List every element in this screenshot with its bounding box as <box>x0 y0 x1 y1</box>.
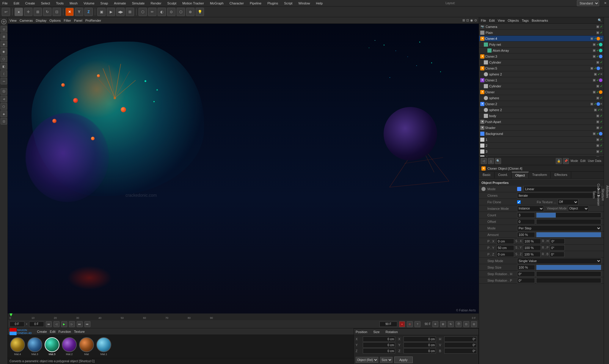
scale-tool[interactable]: ⊞ <box>34 8 42 16</box>
menu-item-character[interactable]: Character <box>228 1 245 6</box>
obj-sphere2b[interactable]: sphere 2 ▣ ✓ ✕ <box>479 107 604 113</box>
sidebar-btn-7[interactable]: ⟨ <box>1 70 7 77</box>
vp-tab-cameras[interactable]: Cameras <box>20 19 33 22</box>
obj-search-icon[interactable]: 🔍 <box>598 18 602 22</box>
record-auto-btn[interactable]: ⊙ <box>407 321 413 327</box>
menu-item-mesh[interactable]: Mesh <box>68 1 79 6</box>
mode-select[interactable]: Linear <box>524 186 601 192</box>
obj-header-tags[interactable]: Tags <box>522 19 529 22</box>
obj-header-view[interactable]: View <box>498 19 505 22</box>
menu-item-create[interactable]: Create <box>24 1 36 6</box>
nav-lock[interactable]: 🔒 <box>556 158 562 164</box>
menu-item-pipeline[interactable]: Pipeline <box>249 1 263 6</box>
sidebar-btn-9[interactable]: Ⓢ <box>1 88 7 95</box>
edge-mode[interactable]: Y <box>75 8 83 16</box>
last-frame-btn[interactable]: ⏭ <box>84 321 90 327</box>
nav-up[interactable]: △ <box>488 158 494 164</box>
tab-basic[interactable]: Basic <box>479 172 495 178</box>
obj-plain[interactable]: Plain ▣ ✓ <box>479 30 604 36</box>
size-x-input[interactable] <box>404 336 436 342</box>
viewport-mode-select[interactable]: Object <box>568 206 589 212</box>
mat-tab-texture[interactable]: Texture <box>74 330 85 333</box>
vp-icon-1[interactable]: ⊞ <box>462 18 465 22</box>
sidebar-btn-3[interactable]: ◈ <box>1 41 7 47</box>
obj-polynet[interactable]: Poly net ▣ ✓ <box>479 42 604 48</box>
prev-key-btn[interactable]: ⏮ <box>46 321 52 327</box>
menu-item-motiont[interactable]: Motion Tracker <box>181 1 205 6</box>
count-slider[interactable] <box>536 212 601 218</box>
object-mode[interactable]: ✕ <box>65 8 74 16</box>
obj-cyl2[interactable]: Cylinder ▣ ✓ <box>479 83 604 89</box>
menu-item-tools[interactable]: Tools <box>55 1 65 6</box>
menu-item-plugins[interactable]: Plugins <box>266 1 279 6</box>
nav-btn-1[interactable]: ✛ <box>432 321 438 327</box>
mat-tab-create[interactable]: Create <box>37 330 47 333</box>
material-item-mat2[interactable]: Mat.2 <box>62 337 77 356</box>
count-input[interactable] <box>517 212 535 218</box>
mode2-select[interactable]: Per Step <box>517 225 601 231</box>
vp-icon-2[interactable]: ⊡ <box>466 18 469 22</box>
vp-tab-options[interactable]: Options <box>49 19 61 22</box>
sx-input[interactable] <box>523 239 541 244</box>
nav-btn-3[interactable]: ↻ <box>448 321 454 327</box>
apply-button[interactable]: Apply <box>394 357 413 363</box>
anim-btn3[interactable]: ⊞ <box>126 8 134 16</box>
menu-item-select[interactable]: Select <box>40 1 51 6</box>
vp-tab-filter[interactable]: Filter <box>64 19 71 22</box>
nav-btn-2[interactable]: ⊞ <box>440 321 446 327</box>
amount-slider[interactable] <box>536 232 601 237</box>
material-item-mat[interactable]: Mat <box>79 337 94 356</box>
nav-btn-4[interactable]: Ⓟ <box>456 321 462 327</box>
px-input[interactable] <box>496 239 514 244</box>
stepsize-slider[interactable] <box>536 265 601 270</box>
sidebar-btn-13[interactable]: ⊡ <box>1 118 7 125</box>
nav-btn-6[interactable]: ⊟ <box>471 321 477 327</box>
poly-mode[interactable]: Z <box>84 8 93 16</box>
obj-cloner[interactable]: ✕ Cloner ▣ ✓ <box>479 89 604 95</box>
play-btn[interactable]: ▶ <box>61 321 67 327</box>
obj-header-objects[interactable]: Objects <box>508 19 519 22</box>
obj-sphere[interactable]: sphere ▣ ✓ <box>479 95 604 101</box>
obj-shader[interactable]: ✕ Shader ▣ ✓ <box>479 125 604 131</box>
material-item-mat3[interactable]: Mat.3 <box>45 337 59 356</box>
rot-p-input[interactable] <box>444 342 477 348</box>
rot-h-input[interactable] <box>444 336 477 342</box>
prev-frame-btn[interactable]: ◁ <box>54 321 59 327</box>
obj-header-edit[interactable]: Edit <box>489 19 495 22</box>
mat-tab-function[interactable]: Function <box>59 330 71 333</box>
clones-select[interactable]: Iterate <box>517 193 601 198</box>
viewport[interactable]: crackedonic.com © Fabian Aerts <box>8 24 479 313</box>
cam-btn[interactable]: ⊛ <box>186 8 194 16</box>
layout-select[interactable]: Standard <box>577 0 599 6</box>
obj-header-file[interactable]: File <box>481 19 486 22</box>
instance-mode-select[interactable]: Instance <box>517 206 544 212</box>
menu-item-edit[interactable]: Edit <box>12 1 21 6</box>
sel-btn[interactable]: ⊙ <box>167 8 175 16</box>
obj-null-3[interactable]: 3 ▣✓ <box>479 149 604 155</box>
sidebar-btn-6[interactable]: ◧ <box>1 63 7 70</box>
menu-item-render[interactable]: Render <box>149 1 162 6</box>
srp-input[interactable] <box>517 278 535 283</box>
light-btn[interactable]: 💡 <box>196 8 204 16</box>
anim-btn2[interactable]: ◀▶ <box>116 8 125 16</box>
move-tool[interactable]: ✛ <box>24 8 32 16</box>
pos-x-input[interactable] <box>363 336 395 342</box>
undo-btn[interactable]: ↩ <box>2 8 10 16</box>
obj-null-4[interactable]: 4 ▣✓ <box>479 155 604 157</box>
rb-input[interactable] <box>550 252 564 257</box>
sidebar-btn-11[interactable]: ⬠ <box>1 103 7 110</box>
frame-start-input[interactable] <box>29 322 44 327</box>
amount-input[interactable] <box>517 232 535 237</box>
srp-slider[interactable] <box>536 278 601 283</box>
rh-input[interactable] <box>550 239 565 244</box>
timeline-ruler[interactable]: 0 10 20 30 40 50 60 70 80 90 0 F <box>8 313 479 320</box>
size-y-input[interactable] <box>404 342 436 348</box>
nav-back[interactable]: ◁ <box>481 158 487 164</box>
obj-cloner1[interactable]: ✕ Cloner.1 ▣ ✓ <box>479 77 604 83</box>
stepmode-select[interactable]: Single Value <box>517 258 601 264</box>
sidebar-btn-8[interactable]: ∾ <box>1 78 7 84</box>
close-icon[interactable]: ✕ <box>603 1 608 6</box>
vp-tab-prorender[interactable]: ProRender <box>85 19 101 22</box>
menu-item-sculpt[interactable]: Sculpt <box>166 1 178 6</box>
obj-camera[interactable]: 📷 Camera ▣ ✓ <box>479 24 604 30</box>
